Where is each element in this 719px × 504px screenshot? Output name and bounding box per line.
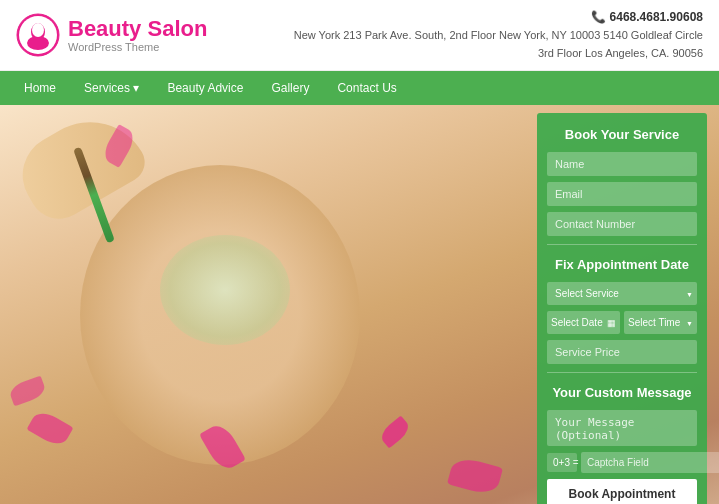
sidebar-form: Book Your Service Fix Appointment Date S…	[537, 113, 707, 504]
nav: Home Services ▾ Beauty Advice Gallery Co…	[0, 71, 719, 105]
svg-point-3	[27, 36, 49, 50]
logo-area: Beauty Salon WordPress Theme	[16, 13, 207, 57]
select-time[interactable]: Select Time	[624, 311, 697, 334]
contact-phone: 📞 6468.4681.90608	[294, 8, 703, 27]
address-line2: 3rd Floor Los Angeles, CA. 90056	[294, 45, 703, 63]
logo-subtitle: WordPress Theme	[68, 41, 207, 53]
phone-number: 6468.4681.90608	[610, 8, 703, 27]
main-content: Book Your Service Fix Appointment Date S…	[0, 105, 719, 504]
service-price-input[interactable]	[547, 340, 697, 364]
date-time-row: Select Date Select Time	[547, 311, 697, 334]
captcha-row: 0+3 =	[547, 452, 697, 473]
logo-icon	[16, 13, 60, 57]
book-service-title: Book Your Service	[547, 123, 697, 146]
svg-point-4	[32, 23, 44, 37]
nav-home[interactable]: Home	[12, 75, 68, 101]
select-service-wrapper: Select Service	[547, 282, 697, 305]
custom-message-title: Your Custom Message	[547, 381, 697, 404]
phone-icon: 📞	[591, 8, 606, 27]
address-line1: New York 213 Park Ave. South, 2nd Floor …	[294, 27, 703, 45]
date-wrapper: Select Date	[547, 311, 620, 334]
message-input[interactable]	[547, 410, 697, 446]
header: Beauty Salon WordPress Theme 📞 6468.4681…	[0, 0, 719, 71]
nav-beauty-advice[interactable]: Beauty Advice	[155, 75, 255, 101]
select-date[interactable]: Select Date	[547, 311, 620, 334]
name-input[interactable]	[547, 152, 697, 176]
email-input[interactable]	[547, 182, 697, 206]
logo-title: Beauty Salon	[68, 17, 207, 41]
nav-gallery[interactable]: Gallery	[259, 75, 321, 101]
book-appointment-button[interactable]: Book Appointment	[547, 479, 697, 504]
nav-contact-us[interactable]: Contact Us	[325, 75, 408, 101]
logo-text-group: Beauty Salon WordPress Theme	[68, 17, 207, 53]
contact-input[interactable]	[547, 212, 697, 236]
select-service[interactable]: Select Service	[547, 282, 697, 305]
captcha-label: 0+3 =	[547, 453, 577, 472]
contact-info: 📞 6468.4681.90608 New York 213 Park Ave.…	[294, 8, 703, 62]
captcha-input[interactable]	[581, 452, 719, 473]
fix-appointment-title: Fix Appointment Date	[547, 253, 697, 276]
nav-services[interactable]: Services ▾	[72, 75, 151, 101]
time-wrapper: Select Time	[624, 311, 697, 334]
divider-2	[547, 372, 697, 373]
divider-1	[547, 244, 697, 245]
